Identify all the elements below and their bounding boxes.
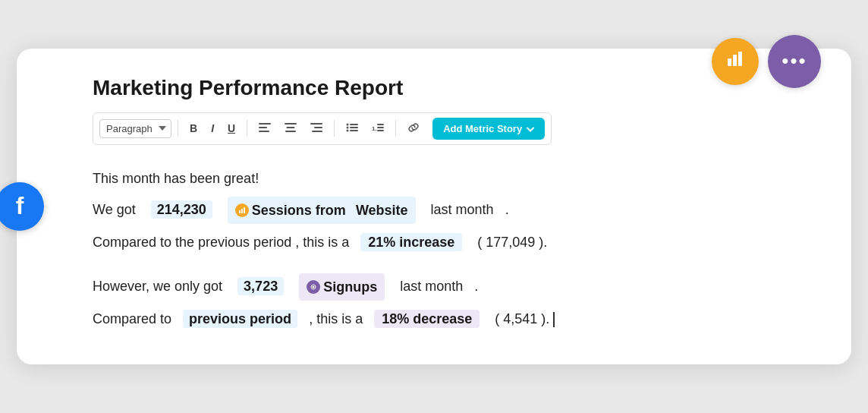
svg-rect-24	[244, 207, 245, 213]
svg-rect-4	[259, 127, 267, 128]
svg-rect-13	[350, 124, 358, 125]
toolbar-divider-4	[395, 120, 396, 137]
line1-metric-tag: Sessions from Website	[228, 197, 416, 224]
svg-rect-5	[259, 131, 269, 132]
toolbar-divider-3	[334, 120, 335, 137]
svg-rect-0	[728, 58, 731, 66]
facebook-badge: f	[0, 182, 44, 231]
add-metric-story-button[interactable]: Add Metric Story	[432, 118, 545, 140]
toolbar-divider-2	[247, 120, 247, 137]
svg-point-12	[347, 124, 349, 126]
bold-button[interactable]: B	[184, 120, 203, 137]
page-title: Marketing Performance Report	[93, 76, 815, 100]
align-right-button[interactable]	[305, 120, 328, 137]
svg-rect-6	[285, 123, 297, 125]
svg-rect-8	[285, 131, 296, 132]
line-4: Compared to previous period , this is a …	[93, 307, 815, 331]
analytics-icon-circle[interactable]	[712, 38, 759, 85]
more-options-circle[interactable]: •••	[768, 35, 821, 88]
ordered-list-button[interactable]: 1.	[366, 120, 389, 137]
facebook-icon: f	[16, 192, 24, 220]
formatting-toolbar: Paragraph B I U	[93, 112, 552, 145]
main-card: f ••• Marketing Performance Report	[17, 49, 851, 365]
line1-value: 214,230	[151, 200, 212, 219]
page-wrapper: f ••• Marketing Performance Report	[17, 49, 851, 365]
paragraph-select[interactable]: Paragraph	[99, 119, 171, 138]
line2-prefix: Compared to the previous period , this i…	[93, 235, 349, 250]
align-left-button[interactable]	[253, 120, 276, 137]
sessions-metric-icon	[235, 203, 249, 217]
text-cursor	[553, 312, 555, 327]
unordered-list-button[interactable]	[341, 120, 363, 137]
analytics-icon	[725, 48, 746, 74]
line-1: We got 214,230 Sessions from Website	[93, 197, 815, 224]
svg-rect-10	[314, 127, 322, 128]
link-button[interactable]	[402, 120, 425, 137]
line1-end: .	[505, 202, 509, 217]
svg-rect-2	[738, 52, 742, 66]
svg-text:1.: 1.	[372, 125, 377, 132]
signups-metric-icon	[307, 280, 320, 294]
svg-rect-7	[287, 127, 295, 128]
line2-suffix: ( 177,049 ).	[477, 235, 547, 250]
line2-value: 21% increase	[360, 233, 462, 251]
svg-rect-3	[259, 123, 271, 125]
line4-suffix: ( 4,541 ).	[495, 311, 549, 326]
svg-rect-22	[239, 210, 241, 213]
svg-rect-9	[310, 123, 322, 125]
line1-metric-label: Sessions from	[252, 198, 346, 222]
svg-rect-23	[241, 209, 243, 213]
line-3: However, we only got 3,723 Signups last …	[93, 273, 815, 301]
line3-suffix: last month	[400, 279, 463, 294]
line1-suffix: last month	[431, 202, 494, 217]
more-options-icon: •••	[782, 49, 807, 73]
line3-value: 3,723	[237, 277, 284, 295]
svg-rect-19	[377, 124, 384, 125]
line3-end: .	[474, 279, 478, 294]
svg-rect-15	[350, 127, 358, 128]
add-metric-story-label: Add Metric Story	[443, 123, 522, 134]
top-icons: •••	[712, 35, 821, 88]
svg-rect-11	[312, 131, 322, 132]
line1-prefix: We got	[93, 202, 136, 217]
svg-rect-21	[377, 130, 384, 131]
line3-prefix: However, we only got	[93, 279, 222, 294]
document-content: This month has been great! We got 214,23…	[93, 166, 815, 332]
italic-button[interactable]: I	[206, 120, 219, 137]
line4-middle: , this is a	[309, 311, 363, 326]
line1-metric-suffix: Website	[356, 198, 408, 222]
svg-point-16	[347, 130, 349, 132]
svg-rect-17	[350, 130, 358, 131]
line4-period: previous period	[183, 310, 297, 328]
line4-value: 18% decrease	[374, 310, 480, 328]
line3-metric-label: Signups	[323, 275, 377, 299]
line4-prefix: Compared to	[93, 311, 171, 326]
svg-rect-1	[733, 55, 737, 66]
svg-point-25	[313, 285, 315, 288]
align-center-button[interactable]	[279, 120, 302, 137]
line3-metric-tag: Signups	[299, 273, 385, 301]
intro-line: This month has been great!	[93, 166, 815, 191]
svg-point-14	[347, 127, 349, 129]
svg-rect-20	[377, 127, 384, 128]
underline-button[interactable]: U	[222, 120, 241, 137]
toolbar-divider-1	[178, 120, 178, 137]
line-2: Compared to the previous period , this i…	[93, 230, 815, 254]
add-metric-chevron-icon	[527, 123, 534, 134]
